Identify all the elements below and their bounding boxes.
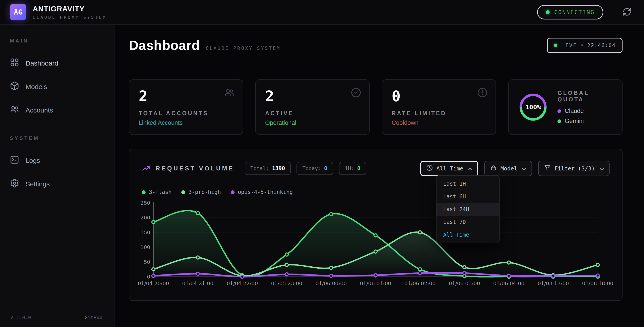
users-icon xyxy=(10,105,19,116)
sidebar-section-main: MAIN xyxy=(0,38,114,44)
sidebar-item-label: Logs xyxy=(26,157,40,164)
stat-card-rate-limited: 0 RATE LIMITED Cooldown xyxy=(382,80,496,135)
today-chip: Today: 0 xyxy=(296,162,333,175)
stat-label: TOTAL ACCOUNTS xyxy=(139,110,233,116)
app-header: AG ANTIGRAVITY CLAUDE PROXY SYSTEM CONNE… xyxy=(0,0,644,24)
dropdown-item-all-time[interactable]: All Time xyxy=(436,228,499,241)
svg-text:01/08 18:00: 01/08 18:00 xyxy=(582,280,613,286)
sidebar-item-models[interactable]: Models xyxy=(0,75,114,98)
chevron-up-icon xyxy=(467,166,472,171)
svg-text:01/05 23:00: 01/05 23:00 xyxy=(271,280,302,286)
svg-text:01/06 03:00: 01/06 03:00 xyxy=(449,280,480,286)
stat-label: ACTIVE xyxy=(265,110,360,116)
total-value: 1390 xyxy=(272,165,285,172)
quota-donut: 100% xyxy=(518,92,548,122)
svg-text:01/04 22:00: 01/04 22:00 xyxy=(226,280,258,286)
time-range-button[interactable]: All Time xyxy=(420,161,478,176)
sidebar-item-accounts[interactable]: Accounts xyxy=(0,98,114,122)
svg-text:01/06 00:00: 01/06 00:00 xyxy=(316,280,347,286)
dropdown-item-last-1h[interactable]: Last 1H xyxy=(436,177,499,190)
stat-label: GLOBAL QUOTA xyxy=(558,90,613,103)
sidebar-item-label: Models xyxy=(26,83,47,90)
svg-text:100: 100 xyxy=(140,244,150,250)
svg-text:01/04 20:00: 01/04 20:00 xyxy=(138,280,169,286)
refresh-icon xyxy=(622,8,632,17)
quota-legend-gemini: Gemini xyxy=(558,118,613,124)
clock-icon xyxy=(426,164,433,172)
stat-sublabel: Cooldown xyxy=(392,120,486,126)
status-text: CONNECTING xyxy=(554,9,594,16)
time-range-dropdown: Last 1H Last 6H Last 24H Last 7D All Tim… xyxy=(436,175,500,243)
chevron-down-icon xyxy=(521,166,526,171)
cube-icon xyxy=(10,81,19,92)
main-content: Dashboard CLAUDE PROXY SYSTEM LIVE 22:46… xyxy=(114,24,644,327)
live-separator-dot xyxy=(581,44,583,46)
stat-sublabel: Operational xyxy=(265,120,360,126)
legend-item-opus-4-5-thinking: opus-4-5-thinking xyxy=(231,189,293,195)
sidebar-item-settings[interactable]: Settings xyxy=(0,172,114,196)
request-volume-panel: REQUEST VOLUME Total: 1390 Today: 0 1H: … xyxy=(129,149,622,301)
trending-up-icon xyxy=(142,164,150,173)
model-icon xyxy=(490,164,497,172)
stat-card-active: 2 ACTIVE Operational xyxy=(255,80,370,135)
alert-circle-icon xyxy=(477,88,488,99)
legend-item-3-flash: 3-flash xyxy=(142,189,172,195)
github-link[interactable]: GitHub xyxy=(85,315,102,320)
svg-text:250: 250 xyxy=(140,200,150,206)
sidebar-section-system: SYSTEM xyxy=(0,135,114,141)
sidebar: MAIN Dashboard Models Accounts SYSTEM Lo… xyxy=(0,24,114,327)
terminal-icon xyxy=(10,155,19,166)
dropdown-item-last-24h[interactable]: Last 24H xyxy=(436,203,499,216)
svg-text:01/06 04:00: 01/06 04:00 xyxy=(493,280,524,286)
claude-dot xyxy=(558,109,561,113)
app-version: V 1.0.0 xyxy=(10,315,31,320)
stat-card-global-quota: 100% GLOBAL QUOTA Claude Gemini xyxy=(508,80,622,135)
svg-text:01/06 02:00: 01/06 02:00 xyxy=(404,280,436,286)
gear-icon xyxy=(10,178,19,190)
app-logo: AG xyxy=(10,4,26,20)
svg-text:01/06 01:00: 01/06 01:00 xyxy=(360,280,391,286)
status-dot xyxy=(546,10,550,14)
sidebar-item-label: Dashboard xyxy=(26,60,58,67)
chart-title: REQUEST VOLUME xyxy=(156,165,234,172)
dropdown-item-last-6h[interactable]: Last 6H xyxy=(436,190,499,203)
refresh-button[interactable] xyxy=(622,8,632,17)
connection-status-badge: CONNECTING xyxy=(537,5,603,20)
sidebar-item-logs[interactable]: Logs xyxy=(0,149,114,172)
quota-legend-claude: Claude xyxy=(558,108,613,114)
live-badge: LIVE 22:46:04 xyxy=(547,38,622,53)
svg-text:0: 0 xyxy=(147,274,150,280)
line-chart: 05010015020025001/04 20:0001/04 21:0001/… xyxy=(142,201,610,294)
svg-text:50: 50 xyxy=(144,259,150,265)
gemini-dot xyxy=(558,120,561,123)
model-filter-button[interactable]: Model xyxy=(484,161,532,176)
stat-sublabel: Linked Accounts xyxy=(139,120,233,126)
stat-cards: 2 TOTAL ACCOUNTS Linked Accounts 2 ACTIV… xyxy=(129,80,622,135)
sidebar-item-dashboard[interactable]: Dashboard xyxy=(0,52,114,75)
header-divider xyxy=(613,6,613,18)
chevron-down-icon xyxy=(598,166,604,171)
one-hour-value: 0 xyxy=(357,165,360,172)
svg-text:150: 150 xyxy=(140,230,150,235)
sidebar-item-label: Accounts xyxy=(26,106,53,114)
grid-icon xyxy=(10,58,19,69)
chart-svg: 05010015020025001/04 20:0001/04 21:0001/… xyxy=(142,201,610,292)
filter-button[interactable]: Filter (3/3) xyxy=(538,161,610,176)
stat-card-total-accounts: 2 TOTAL ACCOUNTS Linked Accounts xyxy=(129,80,243,135)
brand: AG ANTIGRAVITY CLAUDE PROXY SYSTEM xyxy=(10,4,107,20)
page-title: Dashboard xyxy=(129,38,200,53)
stat-value: 2 xyxy=(265,88,360,105)
app-subtitle: CLAUDE PROXY SYSTEM xyxy=(33,15,107,20)
users-icon xyxy=(224,88,234,99)
legend-item-3-pro-high: 3-pro-high xyxy=(181,189,221,195)
today-value: 0 xyxy=(324,165,327,172)
stat-value: 0 xyxy=(392,88,486,105)
live-label: LIVE xyxy=(561,42,577,48)
sidebar-item-label: Settings xyxy=(26,180,50,188)
svg-text:01/04 21:00: 01/04 21:00 xyxy=(182,280,214,286)
quota-percent: 100% xyxy=(518,92,548,122)
page-subtitle: CLAUDE PROXY SYSTEM xyxy=(206,46,281,51)
dropdown-item-last-7d[interactable]: Last 7D xyxy=(436,216,499,228)
stat-label: RATE LIMITED xyxy=(392,110,486,116)
funnel-icon xyxy=(544,164,551,172)
